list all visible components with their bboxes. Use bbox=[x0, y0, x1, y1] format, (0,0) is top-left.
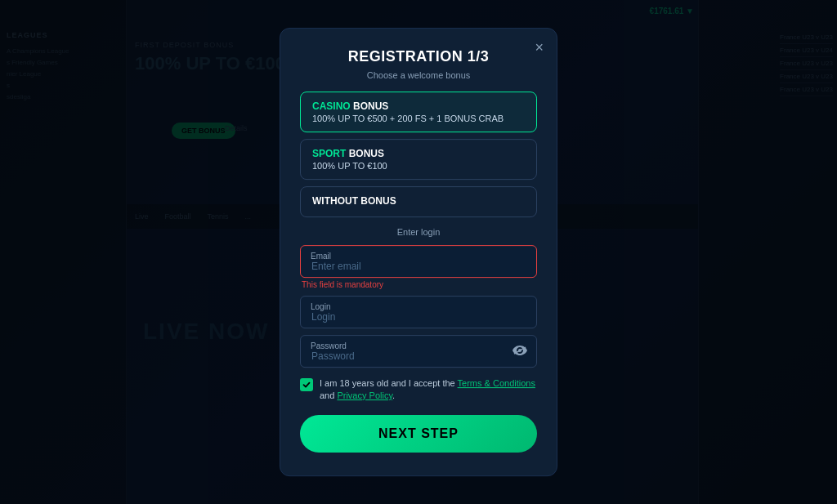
email-error-msg: This field is mandatory bbox=[300, 280, 537, 289]
bonus-casino-suffix: BONUS bbox=[353, 100, 388, 112]
modal-title: REGISTRATION 1/3 bbox=[300, 48, 537, 65]
login-input[interactable] bbox=[300, 296, 537, 328]
enter-login-label: Enter login bbox=[300, 227, 537, 237]
privacy-link[interactable]: Privacy Policy bbox=[337, 390, 392, 400]
bonus-option-casino[interactable]: CASINO BONUS 100% UP TO €500 + 200 FS + … bbox=[300, 91, 537, 132]
email-field-group: Email This field is mandatory bbox=[300, 245, 537, 289]
terms-checkbox-label: I am 18 years old and I accept the Terms… bbox=[320, 377, 537, 403]
next-step-button[interactable]: NEXT STEP bbox=[300, 415, 537, 453]
bonus-sport-highlight: SPORT bbox=[312, 148, 346, 159]
bonus-sport-title: SPORT BONUS bbox=[312, 148, 525, 159]
terms-checkbox[interactable] bbox=[300, 378, 313, 391]
email-input[interactable] bbox=[300, 245, 537, 278]
password-field-group: Password bbox=[300, 335, 537, 368]
bonus-casino-highlight: CASINO bbox=[312, 100, 351, 112]
bonus-option-none[interactable]: WITHOUT BONUS bbox=[300, 186, 537, 217]
bonus-casino-desc: 100% UP TO €500 + 200 FS + 1 BONUS CRAB bbox=[312, 114, 525, 123]
bonus-sport-suffix: BONUS bbox=[349, 148, 384, 159]
password-toggle-icon[interactable] bbox=[512, 345, 527, 358]
bonus-none-title: WITHOUT BONUS bbox=[312, 195, 525, 207]
modal-subtitle: Choose a welcome bonus bbox=[300, 70, 537, 80]
terms-and-text: and bbox=[320, 390, 337, 400]
terms-checkbox-row: I am 18 years old and I accept the Terms… bbox=[300, 377, 537, 403]
password-input[interactable] bbox=[300, 335, 537, 368]
close-button[interactable]: × bbox=[535, 40, 544, 55]
bonus-option-sport[interactable]: SPORT BONUS 100% UP TO €100 bbox=[300, 139, 537, 180]
registration-modal: × REGISTRATION 1/3 Choose a welcome bonu… bbox=[280, 28, 557, 477]
terms-period: . bbox=[392, 390, 395, 400]
login-field-group: Login bbox=[300, 296, 537, 328]
terms-link[interactable]: Terms & Conditions bbox=[458, 378, 535, 388]
bonus-casino-title: CASINO BONUS bbox=[312, 100, 525, 112]
bonus-sport-desc: 100% UP TO €100 bbox=[312, 161, 525, 171]
terms-label-text: I am 18 years old and I accept the bbox=[320, 378, 458, 388]
